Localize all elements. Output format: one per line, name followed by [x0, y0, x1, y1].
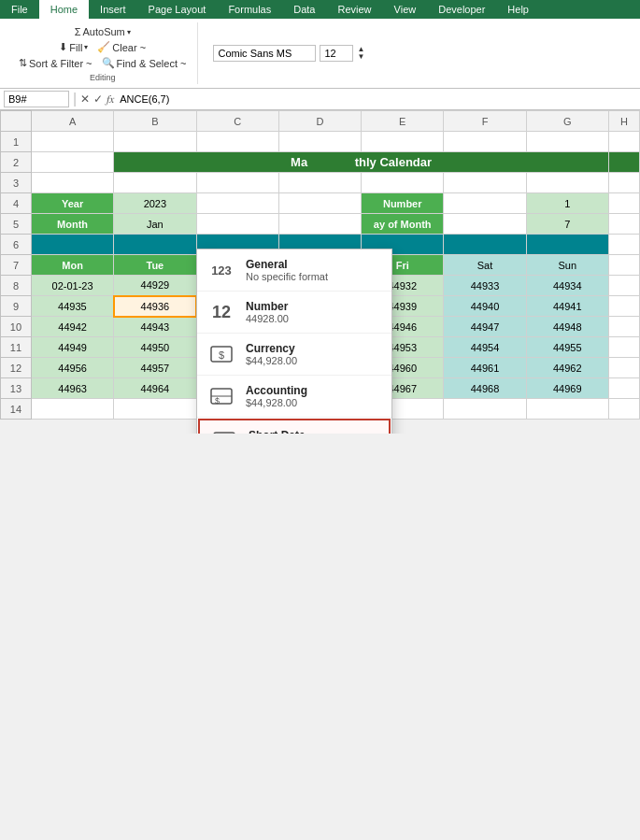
- cell-a10[interactable]: 44942: [31, 317, 113, 337]
- tab-home[interactable]: Home: [39, 0, 89, 19]
- cell-a9[interactable]: 44935: [31, 296, 113, 317]
- cell-f12[interactable]: 44961: [444, 358, 526, 378]
- cell-h3[interactable]: [608, 173, 639, 193]
- cell-f1[interactable]: [444, 132, 526, 152]
- cell-b12[interactable]: 44957: [114, 358, 196, 378]
- cell-f4[interactable]: [444, 193, 526, 214]
- font-size-decrease-button[interactable]: ▼: [357, 53, 364, 61]
- tab-insert[interactable]: Insert: [89, 0, 137, 19]
- cell-b9[interactable]: 44936: [114, 296, 196, 317]
- cell-reference-input[interactable]: [4, 91, 69, 107]
- cell-h5[interactable]: [608, 214, 639, 235]
- cell-g3[interactable]: [526, 173, 608, 193]
- cell-f8[interactable]: 44933: [444, 276, 526, 296]
- cell-h4[interactable]: [608, 193, 639, 214]
- cell-e3[interactable]: [362, 173, 444, 193]
- cell-h8[interactable]: [608, 276, 639, 296]
- cell-f11[interactable]: 44954: [444, 337, 526, 358]
- cell-g14[interactable]: [526, 399, 608, 420]
- sun-header[interactable]: Sun: [526, 255, 608, 276]
- sort-filter-button[interactable]: ⇅ Sort & Filter ~: [15, 55, 96, 71]
- cell-c3[interactable]: [196, 173, 278, 193]
- cell-h12[interactable]: [608, 358, 639, 378]
- cell-f10[interactable]: 44947: [444, 317, 526, 337]
- cell-b10[interactable]: 44943: [114, 317, 196, 337]
- autosum-button[interactable]: Σ AutoSum ▾: [71, 24, 135, 39]
- cell-a2[interactable]: [31, 152, 113, 173]
- cell-f14[interactable]: [444, 399, 526, 420]
- cell-a8[interactable]: 02-01-23: [31, 276, 113, 296]
- cell-f3[interactable]: [444, 173, 526, 193]
- format-dropdown[interactable]: 123 General No specific format 12 Number…: [196, 249, 392, 434]
- cell-b6[interactable]: [114, 235, 196, 255]
- tab-developer[interactable]: Developer: [427, 0, 496, 19]
- tab-review[interactable]: Review: [326, 0, 382, 19]
- cell-a11[interactable]: 44949: [31, 337, 113, 358]
- cell-f6[interactable]: [444, 235, 526, 255]
- cell-d3[interactable]: [278, 173, 361, 193]
- cell-a13[interactable]: 44963: [31, 378, 113, 399]
- month-label[interactable]: Month: [31, 214, 113, 235]
- format-item-short-date[interactable]: Short Date 02-01-23: [198, 419, 391, 434]
- cell-b3[interactable]: [114, 173, 196, 193]
- col-header-e[interactable]: E: [362, 111, 444, 132]
- sat-header[interactable]: Sat: [444, 255, 526, 276]
- cell-h1[interactable]: [608, 132, 639, 152]
- cell-h9[interactable]: [608, 296, 639, 317]
- cell-a1[interactable]: [31, 132, 113, 152]
- cell-c4[interactable]: [196, 193, 278, 214]
- tab-help[interactable]: Help: [496, 0, 540, 19]
- cell-g10[interactable]: 44948: [526, 317, 608, 337]
- cell-h11[interactable]: [608, 337, 639, 358]
- month-value[interactable]: Jan: [114, 214, 196, 235]
- cell-c5[interactable]: [196, 214, 278, 235]
- col-header-a[interactable]: A: [31, 111, 113, 132]
- cell-f9[interactable]: 44940: [444, 296, 526, 317]
- cell-b11[interactable]: 44950: [114, 337, 196, 358]
- cell-a3[interactable]: [31, 173, 113, 193]
- insert-function-icon[interactable]: 𝑓𝑥: [107, 93, 114, 106]
- format-item-number[interactable]: 12 Number 44928.00: [197, 292, 391, 334]
- cell-g9[interactable]: 44941: [526, 296, 608, 317]
- cancel-formula-icon[interactable]: ✕: [80, 93, 90, 106]
- cell-h6[interactable]: [608, 235, 639, 255]
- calendar-title[interactable]: Ma thly Calendar: [114, 152, 609, 173]
- col-header-g[interactable]: G: [526, 111, 608, 132]
- cell-e1[interactable]: [362, 132, 444, 152]
- col-header-h[interactable]: H: [608, 111, 639, 132]
- format-item-currency[interactable]: $ Currency $44,928.00: [197, 334, 391, 376]
- cell-g6[interactable]: [526, 235, 608, 255]
- cell-f5[interactable]: [444, 214, 526, 235]
- format-item-accounting[interactable]: $ Accounting $44,928.00: [197, 376, 391, 418]
- clear-button[interactable]: 🧹 Clear ~: [93, 39, 149, 55]
- cell-b1[interactable]: [114, 132, 196, 152]
- cell-b13[interactable]: 44964: [114, 378, 196, 399]
- font-size-input[interactable]: [320, 45, 353, 62]
- col-header-c[interactable]: C: [196, 111, 278, 132]
- mon-header[interactable]: Mon: [31, 255, 113, 276]
- cell-b8[interactable]: 44929: [114, 276, 196, 296]
- cell-c1[interactable]: [196, 132, 278, 152]
- tue-header[interactable]: Tue: [114, 255, 196, 276]
- cell-d4[interactable]: [278, 193, 361, 214]
- cell-h14[interactable]: [608, 399, 639, 420]
- fill-button[interactable]: ⬇ Fill ▾: [55, 39, 92, 55]
- tab-formulas[interactable]: Formulas: [217, 0, 282, 19]
- font-name-input[interactable]: [213, 45, 316, 62]
- cell-b14[interactable]: [114, 399, 196, 420]
- formula-input[interactable]: [118, 92, 636, 107]
- cell-g13[interactable]: 44969: [526, 378, 608, 399]
- format-item-general[interactable]: 123 General No specific format: [197, 249, 391, 292]
- col-header-b[interactable]: B: [114, 111, 196, 132]
- number-value[interactable]: 1: [526, 193, 608, 214]
- cell-a14[interactable]: [31, 399, 113, 420]
- col-header-d[interactable]: D: [278, 111, 361, 132]
- cell-d1[interactable]: [278, 132, 361, 152]
- confirm-formula-icon[interactable]: ✓: [93, 93, 103, 106]
- cell-g1[interactable]: [526, 132, 608, 152]
- tab-data[interactable]: Data: [282, 0, 326, 19]
- cell-g11[interactable]: 44955: [526, 337, 608, 358]
- day-of-month-value[interactable]: 7: [526, 214, 608, 235]
- cell-g12[interactable]: 44962: [526, 358, 608, 378]
- year-label[interactable]: Year: [31, 193, 113, 214]
